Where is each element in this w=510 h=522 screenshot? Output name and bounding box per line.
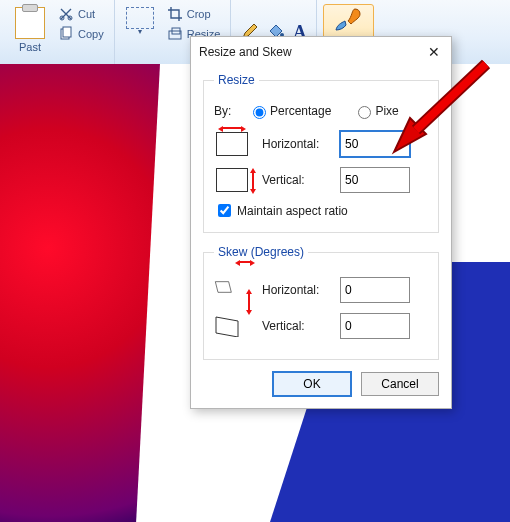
radio-pixels[interactable]: Pixe bbox=[353, 103, 398, 119]
resize-icon bbox=[167, 26, 183, 42]
aspect-ratio-checkbox[interactable] bbox=[218, 204, 231, 217]
svg-marker-7 bbox=[215, 282, 231, 293]
svg-rect-4 bbox=[169, 31, 181, 39]
canvas-image-left bbox=[0, 64, 160, 522]
by-label: By: bbox=[214, 104, 248, 118]
radio-pixels-label: Pixe bbox=[375, 104, 398, 118]
radio-percentage-input[interactable] bbox=[253, 106, 266, 119]
resize-skew-dialog: Resize and Skew ✕ Resize By: Percentage … bbox=[190, 36, 452, 409]
skew-fieldset: Skew (Degrees) Horizontal: bbox=[203, 245, 439, 360]
resize-by-row: By: Percentage Pixe bbox=[214, 103, 428, 119]
cut-label: Cut bbox=[78, 8, 95, 20]
resize-legend: Resize bbox=[214, 73, 259, 87]
resize-fieldset: Resize By: Percentage Pixe Horizontal: bbox=[203, 73, 439, 233]
select-button[interactable]: ▾ bbox=[121, 4, 159, 39]
paste-label: Past bbox=[19, 41, 41, 53]
dialog-title: Resize and Skew bbox=[199, 45, 292, 59]
close-button[interactable]: ✕ bbox=[425, 43, 443, 61]
radio-percentage-label: Percentage bbox=[270, 104, 331, 118]
resize-horizontal-label: Horizontal: bbox=[262, 137, 340, 151]
skew-vertical-row: Vertical: bbox=[214, 311, 428, 341]
brush-icon bbox=[333, 7, 363, 33]
paste-button[interactable]: Past bbox=[10, 4, 50, 56]
radio-percentage[interactable]: Percentage bbox=[248, 103, 331, 119]
ok-button[interactable]: OK bbox=[273, 372, 351, 396]
copy-label: Copy bbox=[78, 28, 104, 40]
skew-horizontal-label: Horizontal: bbox=[262, 283, 340, 297]
cancel-button[interactable]: Cancel bbox=[361, 372, 439, 396]
svg-rect-3 bbox=[63, 27, 71, 37]
skew-horizontal-input[interactable] bbox=[340, 277, 410, 303]
crop-icon bbox=[167, 6, 183, 22]
resize-horizontal-input[interactable] bbox=[340, 131, 410, 157]
resize-vertical-input[interactable] bbox=[340, 167, 410, 193]
scissors-icon bbox=[58, 6, 74, 22]
dialog-button-row: OK Cancel bbox=[203, 372, 439, 396]
skew-vertical-pictogram bbox=[214, 311, 250, 341]
resize-vertical-pictogram bbox=[214, 165, 250, 195]
close-icon: ✕ bbox=[428, 44, 440, 60]
skew-legend: Skew (Degrees) bbox=[214, 245, 308, 259]
aspect-ratio-label: Maintain aspect ratio bbox=[237, 204, 348, 218]
paste-icon bbox=[15, 7, 45, 39]
cut-button[interactable]: Cut bbox=[58, 6, 104, 22]
skew-horizontal-pictogram bbox=[214, 275, 250, 305]
resize-horizontal-pictogram bbox=[214, 129, 250, 159]
svg-marker-8 bbox=[216, 317, 238, 337]
ribbon-group-clipboard: Past Cut Copy bbox=[4, 0, 115, 64]
aspect-ratio-row: Maintain aspect ratio bbox=[214, 201, 428, 220]
dialog-titlebar[interactable]: Resize and Skew ✕ bbox=[191, 37, 451, 67]
skew-vertical-input[interactable] bbox=[340, 313, 410, 339]
radio-pixels-input[interactable] bbox=[358, 106, 371, 119]
copy-icon bbox=[58, 26, 74, 42]
resize-horizontal-row: Horizontal: bbox=[214, 129, 428, 159]
crop-label: Crop bbox=[187, 8, 211, 20]
dialog-body: Resize By: Percentage Pixe Horizontal: bbox=[191, 67, 451, 408]
copy-button[interactable]: Copy bbox=[58, 26, 104, 42]
resize-vertical-row: Vertical: bbox=[214, 165, 428, 195]
crop-button[interactable]: Crop bbox=[167, 6, 221, 22]
skew-vertical-label: Vertical: bbox=[262, 319, 340, 333]
resize-vertical-label: Vertical: bbox=[262, 173, 340, 187]
select-icon bbox=[126, 7, 154, 29]
